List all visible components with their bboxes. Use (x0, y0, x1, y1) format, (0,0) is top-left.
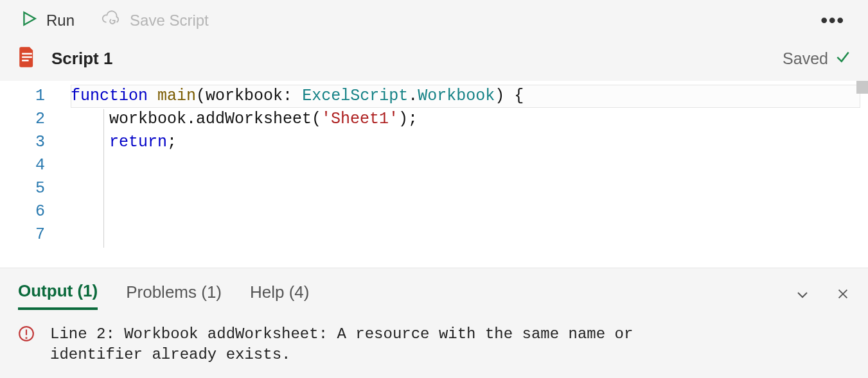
tab-output[interactable]: Output (1) (18, 281, 98, 310)
line-number: 2 (0, 108, 45, 131)
code-line[interactable] (71, 154, 868, 177)
save-status-label: Saved (783, 49, 828, 68)
close-icon (836, 287, 850, 301)
code-line[interactable] (71, 177, 868, 200)
play-icon (21, 10, 37, 31)
close-panel-button[interactable] (836, 287, 850, 305)
error-message: Line 2: Workbook addWorksheet: A resourc… (50, 324, 705, 365)
check-icon (835, 48, 851, 69)
code-line[interactable] (71, 200, 868, 223)
script-file-icon (17, 46, 37, 71)
line-number: 3 (0, 131, 45, 154)
save-status: Saved (783, 48, 851, 69)
error-icon (18, 325, 35, 365)
code-line[interactable]: return; (71, 131, 868, 154)
line-number-gutter: 1 2 3 4 5 6 7 (0, 81, 71, 268)
code-editor[interactable]: 1 2 3 4 5 6 7 function main(workbook: Ex… (0, 81, 868, 268)
toolbar: Run Save Script ••• (0, 0, 868, 36)
tab-help[interactable]: Help (4) (250, 282, 309, 309)
ellipsis-icon: ••• (820, 10, 845, 31)
more-options-button[interactable]: ••• (820, 10, 851, 31)
chevron-down-icon (795, 287, 810, 302)
line-number: 1 (0, 85, 45, 108)
output-panel: Output (1) Problems (1) Help (4) Line 2:… (0, 268, 868, 378)
line-number: 7 (0, 223, 45, 246)
svg-marker-0 (24, 12, 35, 25)
code-line[interactable] (71, 223, 868, 246)
collapse-panel-button[interactable] (795, 287, 810, 305)
line-number: 4 (0, 154, 45, 177)
save-script-label: Save Script (130, 12, 209, 30)
line-number: 6 (0, 200, 45, 223)
panel-body: Line 2: Workbook addWorksheet: A resourc… (18, 310, 850, 365)
panel-tabs: Output (1) Problems (1) Help (4) (18, 281, 850, 310)
cloud-sync-icon (102, 10, 121, 31)
title-bar: Script 1 Saved (0, 36, 868, 81)
run-button[interactable]: Run (17, 8, 78, 33)
code-line[interactable]: function main(workbook: ExcelScript.Work… (71, 85, 868, 108)
svg-point-5 (26, 338, 26, 338)
code-line[interactable]: workbook.addWorksheet('Sheet1'); (71, 108, 868, 131)
run-label: Run (46, 12, 75, 30)
script-name[interactable]: Script 1 (51, 49, 112, 69)
save-script-button[interactable]: Save Script (98, 8, 213, 33)
code-area[interactable]: function main(workbook: ExcelScript.Work… (71, 81, 868, 268)
tab-problems[interactable]: Problems (1) (126, 282, 222, 309)
line-number: 5 (0, 177, 45, 200)
